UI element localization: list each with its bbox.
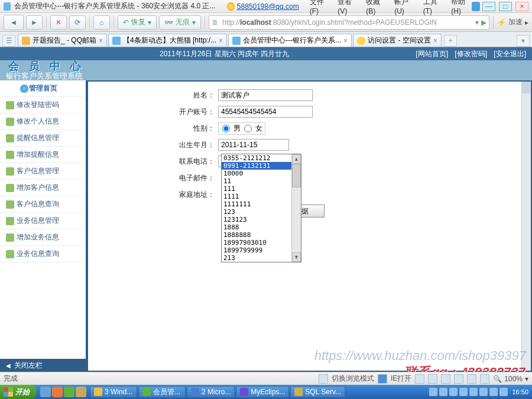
scroll-up-arrow[interactable]: ▲ [292,154,301,164]
sidebar-item-home[interactable]: 管理首页 [0,80,86,97]
autocomplete-item[interactable]: 0991-2132131 [222,162,291,170]
autocomplete-item[interactable]: 111 [222,185,291,193]
incognito-button[interactable]: 👓无痕▾ [159,15,201,30]
autocomplete-item[interactable]: 10000 [222,170,291,177]
scroll-down-arrow[interactable]: ▼ [292,252,301,262]
sidebar-item-add-reminder[interactable]: 增加提醒信息 [0,147,86,163]
tab-panda[interactable]: 【4条新动态】大熊猫 [http:/...× [108,34,227,47]
minimize-button[interactable]: — [482,2,495,11]
maximize-button[interactable]: □ [499,2,512,11]
tab-close-icon[interactable]: × [219,37,223,45]
sidebar-item-business-search[interactable]: 业务信息查询 [0,246,86,262]
start-button[interactable]: 开始 [0,385,37,399]
sidebar-item-customer-search[interactable]: 客户信息查询 [0,196,86,213]
main-scrollbar[interactable] [521,82,531,371]
status-icon[interactable] [428,374,437,384]
menu-tools[interactable]: 工具(T) [423,0,443,15]
close-button[interactable]: × [515,2,528,11]
taskbar-item[interactable]: 3 Wind... [90,386,137,398]
switch-mode-label[interactable]: 切换浏览模式 [332,374,374,384]
autocomplete-item[interactable]: 1888888 [222,231,291,239]
account-email[interactable]: 58850198@qq.com [237,2,299,11]
autocomplete-item[interactable]: 0355-2121212 [222,154,291,162]
autocomplete-item[interactable]: 1899799999 [222,246,291,254]
address-bar[interactable]: 🗎 http://localhost:8080/yhkh/Login.shtml… [209,15,489,30]
autocomplete-item[interactable]: 1111 [222,193,291,200]
tray-icon[interactable] [459,388,468,396]
sidebar-item-customer-mgmt[interactable]: 客户信息管理 [0,163,86,180]
menu-account[interactable]: 帐户(U) [394,0,415,15]
autocomplete-item[interactable]: 18997903010 [222,239,291,246]
site-identity-icon[interactable]: 🗎 [212,18,220,27]
taskbar-item[interactable]: 会员管... [138,386,186,398]
forward-button[interactable]: ► [26,15,43,30]
tab-member-center[interactable]: 会员管理中心---银行客户关系...× [228,34,352,47]
birth-input[interactable] [218,139,289,151]
sidebar-item-edit-profile[interactable]: 修改个人信息 [0,113,86,130]
sidebar-collapse-button[interactable]: 关闭左栏 [0,359,87,372]
taskbar-item[interactable]: SQL Serv... [290,386,345,398]
tray-icon[interactable] [439,388,447,396]
sidebar-item-business-mgmt[interactable]: 业务信息管理 [0,213,86,229]
url-dropdown-icon[interactable]: ▾ [475,18,479,27]
sidebar-item-reminder-mgmt[interactable]: 提醒信息管理 [0,130,86,147]
tray-icon[interactable] [499,388,508,396]
zoom-control[interactable]: 🔍100%▾ [493,375,528,383]
tab-close-icon[interactable]: × [343,37,348,45]
status-icon[interactable] [415,374,424,384]
menu-help[interactable]: 帮助(H) [451,0,472,15]
quick-launch-icon[interactable] [40,387,51,397]
autocomplete-item[interactable]: 1111111 [222,200,291,208]
menu-favorites[interactable]: 收藏(B) [366,0,386,15]
tray-icon[interactable] [469,388,478,396]
tray-icon[interactable] [489,388,498,396]
quick-launch-icon[interactable] [64,387,74,397]
gender-male-radio[interactable] [222,125,230,132]
new-tab-button[interactable]: + [444,35,457,47]
sidebar-item-add-customer[interactable]: 增加客户信息 [0,180,86,196]
menu-file[interactable]: 文件(F) [310,0,329,15]
quick-launch-icon[interactable] [52,387,63,397]
stop-button[interactable]: ✕ [50,15,67,30]
reload-button[interactable]: ⟳ [69,15,86,30]
link-logout[interactable]: [安全退出] [494,50,526,58]
mode-icon[interactable] [319,374,328,384]
sidebar-item-add-business[interactable]: 增加业务信息 [0,229,86,246]
tab-list-button[interactable]: ▾ [517,35,530,47]
menu-view[interactable]: 查看(V) [338,0,358,15]
tab-qq-mail[interactable]: 开题报告_ - QQ邮箱× [18,34,107,47]
scroll-thumb[interactable] [292,164,301,187]
autocomplete-item[interactable]: 1888 [222,223,291,231]
sidebar-item-change-password[interactable]: 修改登陆密码 [0,97,86,113]
tab-close-icon[interactable]: × [433,37,437,45]
tray-icon[interactable] [429,388,437,396]
autocomplete-item[interactable]: 11 [222,177,291,185]
sidebar-toggle-button[interactable]: ☰ [2,35,15,47]
speed-mode-button[interactable]: ⚡加速▸ [497,17,528,27]
link-home[interactable]: [网站首页] [416,50,448,58]
link-change-password[interactable]: [修改密码] [455,50,487,58]
security-shield-icon[interactable] [472,2,480,11]
taskbar-item[interactable]: MyEclips... [236,386,289,398]
taskbar-item[interactable]: 2 Micro... [187,386,235,398]
account-input[interactable] [218,106,313,118]
go-button[interactable]: ▶ [481,18,486,27]
download-icon[interactable] [441,374,450,384]
status-icon[interactable] [480,374,489,384]
tab-qzone-settings[interactable]: 访问设置 - 空间设置× [353,34,442,47]
tray-icon[interactable] [449,388,458,396]
restore-button[interactable]: ↶恢复▾ [118,15,157,30]
gender-female-radio[interactable] [244,125,252,132]
back-button[interactable]: ◄ [4,15,24,30]
autocomplete-item[interactable]: 123123 [222,216,291,223]
status-icon[interactable] [467,374,476,384]
tab-close-icon[interactable]: × [99,37,103,45]
autocomplete-item[interactable]: 213 [222,254,291,262]
mute-icon[interactable] [454,374,463,384]
tray-clock[interactable]: 16:50 [512,388,528,395]
ie-icon[interactable] [378,374,387,384]
quick-launch-icon[interactable] [76,387,86,397]
ie-open-label[interactable]: IE打开 [391,374,411,384]
name-input[interactable] [218,89,313,101]
home-button[interactable]: ⌂ [93,15,110,30]
